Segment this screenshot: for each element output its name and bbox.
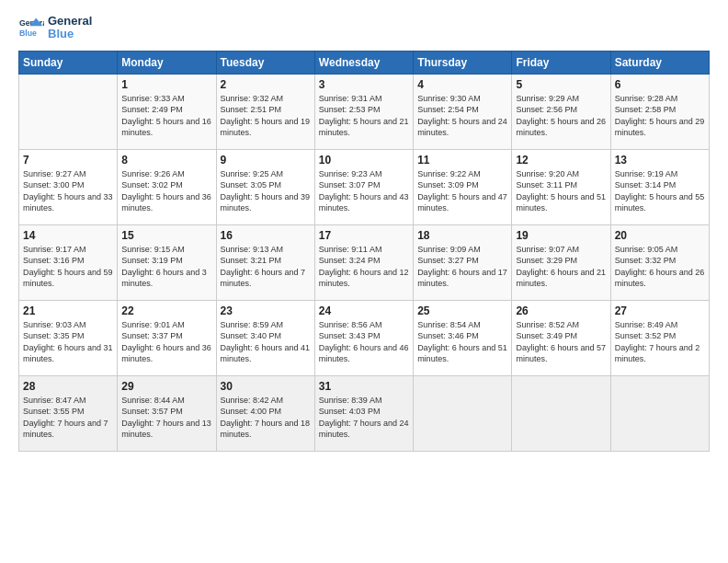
day-info: Sunrise: 9:20 AMSunset: 3:11 PMDaylight:… [516, 168, 606, 214]
day-info: Sunrise: 9:28 AMSunset: 2:58 PMDaylight:… [615, 93, 705, 139]
cell-week1-day4: 3Sunrise: 9:31 AMSunset: 2:53 PMDaylight… [314, 74, 413, 149]
day-info: Sunrise: 9:25 AMSunset: 3:05 PMDaylight:… [221, 168, 311, 214]
svg-text:General: General [19, 19, 44, 29]
cell-week3-day3: 16Sunrise: 9:13 AMSunset: 3:21 PMDayligh… [216, 224, 314, 300]
day-info: Sunrise: 9:01 AMSunset: 3:37 PMDaylight:… [121, 319, 211, 365]
day-number: 8 [121, 154, 211, 167]
day-number: 10 [319, 154, 409, 167]
day-number: 7 [23, 154, 113, 167]
cell-week3-day6: 19Sunrise: 9:07 AMSunset: 3:29 PMDayligh… [512, 224, 610, 300]
day-number: 25 [417, 304, 507, 317]
day-number: 24 [319, 304, 409, 317]
cell-week1-day1 [19, 74, 118, 149]
day-info: Sunrise: 8:52 AMSunset: 3:49 PMDaylight:… [516, 319, 606, 365]
day-number: 23 [221, 304, 311, 317]
day-info: Sunrise: 8:39 AMSunset: 4:03 PMDaylight:… [319, 395, 409, 441]
cell-week3-day7: 20Sunrise: 9:05 AMSunset: 3:32 PMDayligh… [610, 224, 709, 300]
cell-week4-day1: 21Sunrise: 9:03 AMSunset: 3:35 PMDayligh… [19, 300, 118, 375]
svg-text:Blue: Blue [19, 29, 37, 38]
header-day-friday: Friday [512, 51, 610, 74]
day-info: Sunrise: 8:49 AMSunset: 3:52 PMDaylight:… [615, 319, 705, 365]
day-number: 15 [121, 229, 211, 242]
cell-week1-day5: 4Sunrise: 9:30 AMSunset: 2:54 PMDaylight… [414, 74, 512, 149]
day-info: Sunrise: 9:03 AMSunset: 3:35 PMDaylight:… [23, 319, 113, 365]
calendar-table: SundayMondayTuesdayWednesdayThursdayFrid… [18, 51, 710, 452]
cell-week5-day4: 31Sunrise: 8:39 AMSunset: 4:03 PMDayligh… [314, 375, 413, 451]
day-info: Sunrise: 9:27 AMSunset: 3:00 PMDaylight:… [23, 168, 113, 214]
day-info: Sunrise: 8:56 AMSunset: 3:43 PMDaylight:… [319, 319, 409, 365]
day-number: 11 [417, 154, 507, 167]
day-info: Sunrise: 9:33 AMSunset: 2:49 PMDaylight:… [121, 93, 211, 139]
cell-week3-day5: 18Sunrise: 9:09 AMSunset: 3:27 PMDayligh… [414, 224, 512, 300]
day-info: Sunrise: 9:11 AMSunset: 3:24 PMDaylight:… [319, 244, 409, 290]
cell-week2-day3: 9Sunrise: 9:25 AMSunset: 3:05 PMDaylight… [216, 149, 314, 224]
day-number: 27 [615, 304, 705, 317]
day-number: 9 [221, 154, 311, 167]
day-info: Sunrise: 9:31 AMSunset: 2:53 PMDaylight:… [319, 93, 409, 139]
day-number: 26 [516, 304, 606, 317]
day-number: 22 [121, 304, 211, 317]
logo: General Blue GeneralBlue [18, 15, 92, 41]
day-number: 29 [121, 380, 211, 393]
cell-week1-day2: 1Sunrise: 9:33 AMSunset: 2:49 PMDaylight… [118, 74, 216, 149]
day-number: 2 [221, 78, 311, 91]
day-number: 18 [417, 229, 507, 242]
day-number: 28 [23, 380, 113, 393]
day-info: Sunrise: 9:17 AMSunset: 3:16 PMDaylight:… [23, 244, 113, 290]
cell-week5-day2: 29Sunrise: 8:44 AMSunset: 3:57 PMDayligh… [118, 375, 216, 451]
day-number: 17 [319, 229, 409, 242]
day-number: 12 [516, 154, 606, 167]
cell-week1-day3: 2Sunrise: 9:32 AMSunset: 2:51 PMDaylight… [216, 74, 314, 149]
day-number: 19 [516, 229, 606, 242]
cell-week4-day6: 26Sunrise: 8:52 AMSunset: 3:49 PMDayligh… [512, 300, 610, 375]
cell-week3-day2: 15Sunrise: 9:15 AMSunset: 3:19 PMDayligh… [118, 224, 216, 300]
cell-week5-day6 [512, 375, 610, 451]
day-number: 30 [221, 380, 311, 393]
day-number: 20 [615, 229, 705, 242]
header-day-sunday: Sunday [19, 51, 118, 74]
day-number: 5 [516, 78, 606, 91]
day-number: 31 [319, 380, 409, 393]
cell-week2-day6: 12Sunrise: 9:20 AMSunset: 3:11 PMDayligh… [512, 149, 610, 224]
day-info: Sunrise: 9:05 AMSunset: 3:32 PMDaylight:… [615, 244, 705, 290]
day-info: Sunrise: 9:19 AMSunset: 3:14 PMDaylight:… [615, 168, 705, 214]
day-number: 16 [221, 229, 311, 242]
day-info: Sunrise: 9:07 AMSunset: 3:29 PMDaylight:… [516, 244, 606, 290]
cell-week2-day2: 8Sunrise: 9:26 AMSunset: 3:02 PMDaylight… [118, 149, 216, 224]
day-info: Sunrise: 9:09 AMSunset: 3:27 PMDaylight:… [417, 244, 507, 290]
header-day-tuesday: Tuesday [216, 51, 314, 74]
cell-week4-day7: 27Sunrise: 8:49 AMSunset: 3:52 PMDayligh… [610, 300, 709, 375]
cell-week5-day1: 28Sunrise: 8:47 AMSunset: 3:55 PMDayligh… [19, 375, 118, 451]
cell-week5-day3: 30Sunrise: 8:42 AMSunset: 4:00 PMDayligh… [216, 375, 314, 451]
cell-week5-day5 [414, 375, 512, 451]
cell-week5-day7 [610, 375, 709, 451]
cell-week2-day1: 7Sunrise: 9:27 AMSunset: 3:00 PMDaylight… [19, 149, 118, 224]
day-info: Sunrise: 8:54 AMSunset: 3:46 PMDaylight:… [417, 319, 507, 365]
day-info: Sunrise: 9:30 AMSunset: 2:54 PMDaylight:… [417, 93, 507, 139]
day-info: Sunrise: 9:32 AMSunset: 2:51 PMDaylight:… [221, 93, 311, 139]
day-info: Sunrise: 9:15 AMSunset: 3:19 PMDaylight:… [121, 244, 211, 290]
day-info: Sunrise: 9:26 AMSunset: 3:02 PMDaylight:… [121, 168, 211, 214]
day-number: 3 [319, 78, 409, 91]
day-info: Sunrise: 8:59 AMSunset: 3:40 PMDaylight:… [221, 319, 311, 365]
logo-text: GeneralBlue [48, 15, 92, 41]
cell-week3-day4: 17Sunrise: 9:11 AMSunset: 3:24 PMDayligh… [314, 224, 413, 300]
day-number: 6 [615, 78, 705, 91]
cell-week2-day7: 13Sunrise: 9:19 AMSunset: 3:14 PMDayligh… [610, 149, 709, 224]
day-info: Sunrise: 8:42 AMSunset: 4:00 PMDaylight:… [221, 395, 311, 441]
cell-week2-day4: 10Sunrise: 9:23 AMSunset: 3:07 PMDayligh… [314, 149, 413, 224]
day-info: Sunrise: 9:23 AMSunset: 3:07 PMDaylight:… [319, 168, 409, 214]
cell-week1-day6: 5Sunrise: 9:29 AMSunset: 2:56 PMDaylight… [512, 74, 610, 149]
cell-week4-day3: 23Sunrise: 8:59 AMSunset: 3:40 PMDayligh… [216, 300, 314, 375]
day-number: 14 [23, 229, 113, 242]
header-day-thursday: Thursday [414, 51, 512, 74]
cell-week4-day4: 24Sunrise: 8:56 AMSunset: 3:43 PMDayligh… [314, 300, 413, 375]
day-number: 13 [615, 154, 705, 167]
cell-week4-day2: 22Sunrise: 9:01 AMSunset: 3:37 PMDayligh… [118, 300, 216, 375]
day-info: Sunrise: 8:44 AMSunset: 3:57 PMDaylight:… [121, 395, 211, 441]
cell-week2-day5: 11Sunrise: 9:22 AMSunset: 3:09 PMDayligh… [414, 149, 512, 224]
cell-week4-day5: 25Sunrise: 8:54 AMSunset: 3:46 PMDayligh… [414, 300, 512, 375]
day-info: Sunrise: 9:13 AMSunset: 3:21 PMDaylight:… [221, 244, 311, 290]
day-number: 1 [121, 78, 211, 91]
day-info: Sunrise: 9:22 AMSunset: 3:09 PMDaylight:… [417, 168, 507, 214]
